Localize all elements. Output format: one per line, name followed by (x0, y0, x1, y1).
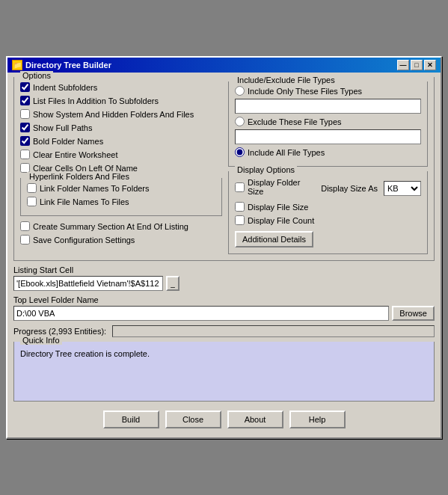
listing-input-row: _ (13, 276, 435, 291)
checkbox-show-paths: Show Full Paths (20, 122, 222, 133)
display-file-count-label: Display File Count (248, 216, 314, 225)
link-file-checkbox[interactable] (27, 197, 37, 206)
checkbox-display-file-size: Display File Size (235, 201, 421, 212)
show-paths-label: Show Full Paths (33, 123, 92, 132)
window-body: Options Indent Subfolders List Files In … (7, 73, 441, 437)
include-exclude-group: Include/Exclude File Types Include Only … (228, 82, 428, 167)
maximize-button[interactable]: □ (411, 60, 423, 70)
show-hidden-label: Show System And Hidden Folders And Files (33, 110, 194, 119)
checkbox-link-folder: Link Folder Names To Folders (27, 182, 215, 194)
checkbox-link-file: Link File Names To Files (27, 196, 215, 207)
display-size-as-label: Display Size As (321, 184, 378, 193)
title-bar: 📁 Directory Tree Builder — □ ✕ (7, 58, 441, 73)
display-folder-size-row: Display Folder Size Display Size As KB M… (235, 177, 421, 199)
list-files-label: List Files In Addition To Subfolders (33, 96, 159, 105)
display-file-count-checkbox[interactable] (235, 215, 245, 225)
bottom-buttons: Build Close About Help (13, 406, 435, 431)
indent-label: Indent Subfolders (33, 83, 97, 92)
options-inner: Indent Subfolders List Files In Addition… (20, 82, 428, 254)
checkbox-create-summary: Create Summary Section At End Of Listing (20, 221, 222, 232)
options-group-title: Options (20, 71, 53, 80)
folder-row: Browse (13, 306, 435, 321)
about-button[interactable]: About (227, 411, 283, 428)
window-title: Directory Tree Builder (25, 61, 111, 70)
include-all-label: Include All File Types (248, 148, 325, 157)
additional-details-button[interactable]: Additional Details (235, 231, 313, 248)
link-folder-checkbox[interactable] (27, 183, 37, 193)
checkbox-show-hidden: Show System And Hidden Folders And Files (20, 108, 222, 120)
build-button[interactable]: Build (103, 411, 159, 428)
display-options-inner: Display Folder Size Display Size As KB M… (235, 176, 421, 248)
save-config-label: Save Configuration Settings (33, 236, 135, 245)
radio-include-all: Include All File Types (235, 147, 421, 157)
progress-label: Progress (2,993 Entities): (13, 327, 106, 336)
listing-start-label: Listing Start Cell (13, 265, 435, 274)
save-config-checkbox[interactable] (20, 235, 30, 245)
display-file-size-checkbox[interactable] (235, 202, 245, 212)
checkbox-display-file-count: Display File Count (235, 215, 421, 226)
main-window: 📁 Directory Tree Builder — □ ✕ Options I… (6, 56, 442, 439)
clear-worksheet-label: Clear Entire Worksheet (33, 150, 118, 159)
progress-bar (112, 325, 435, 337)
options-group: Options Indent Subfolders List Files In … (13, 77, 435, 261)
quick-info-text: Directory Tree creation is complete. (20, 346, 428, 358)
hyperlink-group: Hyperlink Folders And Files Link Folder … (20, 178, 222, 216)
browse-button[interactable]: Browse (392, 306, 435, 321)
radio-include-only: Include Only These Files Types (235, 86, 421, 96)
include-only-input[interactable] (235, 99, 421, 114)
exclude-input[interactable] (235, 129, 421, 144)
display-folder-size-checkbox[interactable] (235, 182, 245, 192)
radio-exclude-these: Exclude These File Types (235, 117, 421, 126)
minimize-button[interactable]: — (397, 60, 409, 70)
window-icon: 📁 (12, 60, 22, 70)
close-button[interactable]: ✕ (424, 60, 436, 70)
include-only-radio[interactable] (235, 86, 245, 96)
help-button[interactable]: Help (289, 411, 346, 428)
size-select[interactable]: KB MB GB (384, 181, 421, 196)
display-file-size-label: Display File Size (248, 203, 308, 212)
display-options-group: Display Options Display Folder Size Disp… (228, 171, 428, 254)
title-bar-left: 📁 Directory Tree Builder (12, 60, 111, 70)
progress-row: Progress (2,993 Entities): (13, 325, 435, 337)
link-folder-label: Link Folder Names To Folders (40, 184, 150, 193)
bold-folders-checkbox[interactable] (20, 136, 30, 146)
checkbox-save-config: Save Configuration Settings (20, 234, 222, 245)
create-summary-checkbox[interactable] (20, 221, 30, 231)
checkbox-list-files: List Files In Addition To Subfolders (20, 95, 222, 106)
clear-worksheet-checkbox[interactable] (20, 150, 30, 159)
link-file-label: Link File Names To Files (40, 197, 129, 206)
folder-input[interactable] (13, 306, 389, 321)
options-right-panel: Include/Exclude File Types Include Only … (228, 82, 428, 254)
options-left-panel: Indent Subfolders List Files In Addition… (20, 82, 222, 254)
hyperlink-group-title: Hyperlink Folders And Files (27, 172, 132, 181)
listing-start-input[interactable] (13, 276, 163, 291)
title-buttons: — □ ✕ (397, 60, 436, 70)
clear-cells-label: Clear Cells On Left Of Name (33, 164, 138, 173)
display-options-title: Display Options (235, 165, 297, 174)
checkbox-indent: Indent Subfolders (20, 82, 222, 93)
include-all-radio[interactable] (235, 147, 245, 157)
show-hidden-checkbox[interactable] (20, 109, 30, 119)
include-only-label: Include Only These Files Types (248, 87, 362, 96)
checkbox-bold-folders: Bold Folder Names (20, 135, 222, 147)
include-exclude-title: Include/Exclude File Types (235, 76, 337, 84)
quick-info-title: Quick Info (20, 336, 62, 345)
quick-info-group: Quick Info Directory Tree creation is co… (13, 342, 435, 402)
top-level-section: Top Level Folder Name Browse (13, 295, 435, 321)
listing-section: Listing Start Cell _ (13, 265, 435, 291)
indent-checkbox[interactable] (20, 82, 30, 92)
checkbox-clear-worksheet: Clear Entire Worksheet (20, 149, 222, 160)
create-summary-label: Create Summary Section At End Of Listing (33, 222, 188, 231)
checkbox-display-folder-size: Display Folder Size (235, 177, 318, 197)
close-button[interactable]: Close (165, 411, 221, 428)
list-files-checkbox[interactable] (20, 96, 30, 105)
bold-folders-label: Bold Folder Names (33, 137, 103, 146)
top-level-label: Top Level Folder Name (13, 295, 435, 304)
exclude-radio[interactable] (235, 117, 245, 126)
listing-browse-button[interactable]: _ (166, 276, 179, 291)
show-paths-checkbox[interactable] (20, 123, 30, 132)
exclude-label: Exclude These File Types (248, 117, 342, 126)
display-folder-size-label: Display Folder Size (248, 178, 318, 196)
